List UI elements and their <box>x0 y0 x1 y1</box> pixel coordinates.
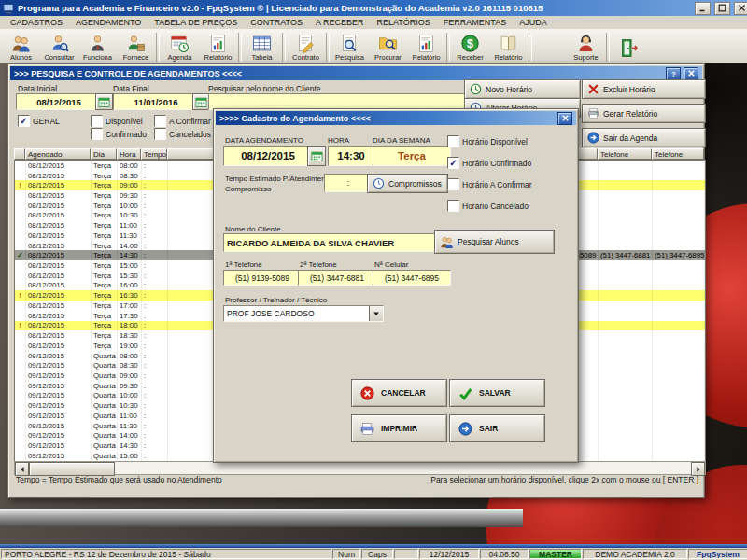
cell: ✓ <box>15 250 26 260</box>
data-inicial-label: Data Inicial <box>18 84 57 93</box>
agenda-close-button[interactable] <box>684 67 698 80</box>
toolbar-contrato[interactable]: Contrato <box>287 30 325 64</box>
toolbar-funciona[interactable]: Funciona <box>78 30 117 64</box>
dialog-close-button[interactable] <box>557 112 572 125</box>
cell <box>599 211 653 221</box>
printer-icon <box>587 107 599 119</box>
toolbar-separator <box>282 33 286 62</box>
dialog-checkbox-horario-a-confirmar[interactable]: Horário A Confirmar <box>447 178 532 190</box>
toolbar-consultar[interactable]: Consultar <box>40 30 78 64</box>
scrollbar-thumb[interactable] <box>29 462 115 476</box>
filter-confirmado[interactable]: Confirmado <box>91 128 147 140</box>
sair-da-agenda-button[interactable]: Sair da Agenda <box>582 128 706 147</box>
checkbox-box: ✓ <box>447 157 459 169</box>
hora-field[interactable]: 14:30 <box>328 146 374 166</box>
toolbar-relatorio[interactable]: Relatório <box>407 30 445 64</box>
gerar-relatorio-button[interactable]: Gerar Relatório <box>582 104 706 123</box>
dialog-checkbox-horario-confirmado[interactable]: ✓Horário Confirmado <box>447 157 531 169</box>
checkbox-box <box>447 178 459 190</box>
cell <box>599 330 653 341</box>
toolbar-receber[interactable]: $Receber <box>451 30 489 64</box>
checkbox-box <box>91 115 103 127</box>
novo-horario-button[interactable]: Novo Horário <box>464 79 581 99</box>
data-inicial-field[interactable]: 08/12/2015 <box>16 93 102 110</box>
professor-dropdown[interactable]: PROF JOSE CARDOSO <box>223 305 384 322</box>
toolbar-suporte[interactable]: Suporte <box>567 30 605 64</box>
minimize-button[interactable] <box>695 2 711 15</box>
cell <box>15 171 26 181</box>
toolbar-relatorio[interactable]: Relatório <box>199 30 237 64</box>
tel2-field[interactable]: (51) 3447-6881 <box>298 270 376 286</box>
pesquisar-alunos-button[interactable]: Pesquisar Alunos <box>434 230 555 254</box>
cell <box>15 360 26 371</box>
toolbar-exit-door-icon[interactable] <box>611 30 649 64</box>
menu-tabela-de-precos[interactable]: TABELA DE PREÇOS <box>148 18 244 27</box>
scroll-right-button[interactable] <box>691 462 705 476</box>
cell: 08:30 <box>118 171 142 181</box>
scrollbar-track[interactable] <box>115 462 691 474</box>
cell <box>15 241 26 251</box>
filter-disponivel[interactable]: Disponível <box>91 115 143 127</box>
toolbar-alunos[interactable]: Alunos <box>2 30 40 64</box>
tempo-estimado-field[interactable]: : <box>324 174 373 192</box>
excluir-horario-button[interactable]: Excluir Horário <box>582 79 706 99</box>
dia-semana-field[interactable]: Terça <box>373 146 451 166</box>
dropdown-arrow-button[interactable] <box>369 306 383 321</box>
cell <box>653 371 705 381</box>
filter-a-confirmar[interactable]: A Confirmar <box>154 115 211 127</box>
dialog-checkbox-horario-disponivel[interactable]: Horário Disponível <box>447 135 528 147</box>
close-button[interactable] <box>734 2 747 15</box>
cell: 08/12/2015 <box>26 180 92 190</box>
cell: Terça <box>92 301 118 311</box>
maximize-button[interactable] <box>714 2 730 15</box>
imprimir-button[interactable]: IMPRIMIR <box>351 414 447 442</box>
tel1-field[interactable]: (51) 9139-5089 <box>223 270 302 286</box>
salvar-button[interactable]: SALVAR <box>449 379 545 407</box>
compromissos-button[interactable]: Compromissos <box>367 174 448 193</box>
data-inicial-calendar-button[interactable] <box>95 93 113 110</box>
agenda-help-button[interactable]: ? <box>666 67 681 80</box>
toolbar-agenda[interactable]: Agenda <box>161 30 199 64</box>
cell <box>15 211 26 221</box>
search-label: Pesquisar pelo nome do Cliente <box>208 84 321 93</box>
filter-cancelados[interactable]: Cancelados <box>154 128 211 140</box>
toolbar-label: Suporte <box>573 53 598 62</box>
menu-ferramentas[interactable]: FERRAMENTAS <box>437 18 513 27</box>
data-final-field[interactable]: 11/01/2016 <box>113 93 199 110</box>
dialog-calendar-button[interactable] <box>307 146 326 166</box>
cell: 10:00 <box>118 201 142 211</box>
professor-label: Professor / Treinador / Técnico <box>225 296 327 304</box>
menu-cadastros[interactable]: CADASTROS <box>4 18 69 27</box>
filter-geral[interactable]: ✓GERAL <box>18 115 60 127</box>
menu-agendamento[interactable]: AGENDAMENTO <box>69 18 148 27</box>
cell: 14:00 <box>118 430 142 441</box>
data-agendamento-field[interactable]: 08/12/2015 <box>223 146 313 166</box>
cell: Terça <box>92 321 118 331</box>
column-header-agendado: Agendado <box>25 148 91 160</box>
cliente-field[interactable]: RICARDO ALMEIDA DA SILVA CHAVIER <box>223 233 436 252</box>
menu-ajuda[interactable]: AJUDA <box>513 18 554 27</box>
cell <box>15 381 26 391</box>
menu-a-receber[interactable]: A RECEBER <box>309 18 371 27</box>
toolbar-relatorio[interactable]: Relatório <box>489 30 528 64</box>
scroll-left-button[interactable] <box>15 462 29 476</box>
cell: Terça <box>92 180 118 190</box>
menu-relatorios[interactable]: RELATÓRIOS <box>370 18 436 27</box>
menu-contratos[interactable]: CONTRATOS <box>244 18 309 27</box>
cancelar-button[interactable]: CANCELAR <box>351 379 447 407</box>
toolbar-separator <box>238 33 242 62</box>
horizontal-scrollbar[interactable] <box>14 461 706 475</box>
celular-field[interactable]: (51) 3447-6895 <box>373 270 451 286</box>
cell: (51) 3447-6895 <box>653 250 705 260</box>
cell: 09/12/2015 <box>26 391 92 401</box>
sair-button[interactable]: SAIR <box>449 414 545 442</box>
cell <box>15 161 26 171</box>
dialog-checkbox-horario-cancelado[interactable]: Horário Cancelado <box>447 200 529 212</box>
cell <box>653 411 705 421</box>
toolbar-fornece[interactable]: Fornece <box>117 30 155 64</box>
toolbar-procurar[interactable]: Procurar <box>369 30 407 64</box>
cell: : <box>142 271 168 281</box>
toolbar-tabela[interactable]: Tabela <box>243 30 281 64</box>
toolbar-pesquisa[interactable]: Pesquisa <box>331 30 369 64</box>
agenda-titlebar: >>> PESQUISA E CONTROLE DE AGENDAMENTOS … <box>10 66 702 80</box>
